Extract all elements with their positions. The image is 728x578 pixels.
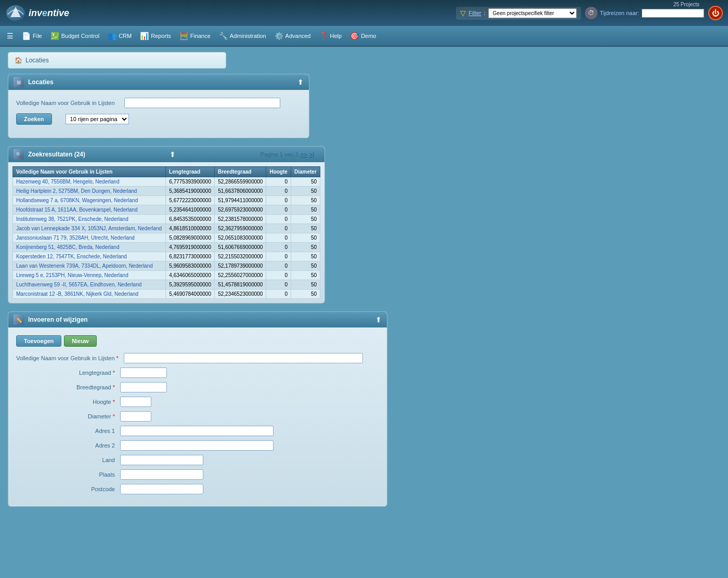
results-panel-title: Zoekresultaten (24) [28, 151, 85, 158]
edit-plaats-input[interactable] [120, 469, 203, 480]
nav-item-sidebar[interactable]: ☰ [3, 30, 18, 42]
new-button[interactable]: Nieuw [64, 335, 96, 347]
results-panel: 🔍 Zoekresultaten (24) ⬆ Pagina 1 van 3 >… [8, 146, 325, 304]
table-row[interactable]: Institutenweg 38, 7521PK, Enschede, Nede… [13, 215, 320, 224]
cell-naam[interactable]: Janssoniuslaan 71 79, 3528AH, Utrecht, N… [13, 233, 166, 243]
cell-breedte: 51,6637806000000 [214, 187, 266, 196]
table-row[interactable]: Jacob van Lennepkade 334 X, 1053NJ, Amst… [13, 224, 320, 233]
cell-lengte: 4,8618510000000 [166, 224, 215, 233]
edit-lengte-input[interactable] [120, 367, 167, 378]
edit-diameter-input[interactable] [120, 411, 151, 422]
table-row[interactable]: Hazenweg 40, 7556BM, Hengelo, Nederland … [13, 177, 320, 187]
edit-postcode-label: Postcode [16, 486, 120, 492]
cell-hoogte: 0 [266, 271, 291, 280]
cell-naam[interactable]: Konijnenberg 51, 4825BC, Breda, Nederlan… [13, 243, 166, 252]
filter-icon: ▽ [460, 9, 466, 17]
edit-breedte-input[interactable] [120, 382, 167, 392]
edit-land-label: Land [16, 457, 120, 463]
demo-icon: 🎯 [350, 32, 359, 40]
nav-item-finance[interactable]: 🧮 Finance [175, 30, 215, 42]
nav-item-file[interactable]: 📄 File [18, 30, 46, 42]
cell-hoogte: 0 [266, 205, 291, 215]
cell-lengte: 5,2354641000000 [166, 205, 215, 215]
nav-item-budget[interactable]: 💹 Budget Control [46, 30, 103, 42]
cell-naam[interactable]: Laan van Westenenk 739A, 7334DL, Apeldoo… [13, 261, 166, 271]
search-naam-input[interactable] [124, 98, 280, 108]
nav-item-crm[interactable]: 👥 CRM [103, 30, 136, 42]
next-page-btn[interactable]: >> [301, 151, 307, 157]
cell-diameter: 50 [291, 205, 320, 215]
table-row[interactable]: Luchthavenweg 59 -II, 5657EA, Eindhoven,… [13, 280, 320, 290]
table-row[interactable]: Marconistraat 12 -B, 3861NK, Nijkerk Gld… [13, 290, 320, 299]
cell-hoogte: 0 [266, 290, 291, 299]
nav-item-reports[interactable]: 📊 Reports [136, 30, 175, 42]
table-row[interactable]: Laan van Westenenk 739A, 7334DL, Apeldoo… [13, 261, 320, 271]
edit-naam-input[interactable] [124, 353, 363, 363]
add-button[interactable]: Toevoegen [16, 335, 61, 347]
col-naam: Volledige Naam voor Gebruik in Lijsten [13, 167, 166, 177]
cell-diameter: 50 [291, 196, 320, 205]
search-results-icon: 🔍 [14, 149, 24, 160]
table-row[interactable]: Konijnenberg 51, 4825BC, Breda, Nederlan… [13, 243, 320, 252]
cell-naam[interactable]: Lireweg 5 e, 2153PH, Nieuw-Vennep, Neder… [13, 271, 166, 280]
cell-diameter: 50 [291, 252, 320, 261]
results-collapse-btn[interactable]: ⬆ [170, 150, 176, 159]
filter-link[interactable]: Filter [469, 10, 481, 16]
table-header-row: Volledige Naam voor Gebruik in Lijsten L… [13, 167, 320, 177]
cell-naam[interactable]: Heilig Hartplein 2, 5275BM, Den Dungen, … [13, 187, 166, 196]
edit-adres1-input[interactable] [120, 426, 274, 436]
nav-advanced-label: Advanced [285, 33, 311, 39]
cell-lengte: 5,9609583000000 [166, 261, 215, 271]
logo-text: inventive [29, 8, 69, 19]
last-page-btn[interactable]: >| [309, 151, 314, 157]
nav-file-label: File [33, 33, 42, 39]
breadcrumb: 🏠 Locaties [8, 52, 226, 69]
edit-adres2-input[interactable] [120, 440, 274, 451]
table-row[interactable]: Hoofdstraat 15 A, 1611AA, Bovenkarspel, … [13, 205, 320, 215]
edit-land-input[interactable] [120, 455, 203, 465]
nav-item-admin[interactable]: 🔧 Administration [215, 30, 270, 42]
advanced-icon: ⚙️ [275, 32, 283, 40]
nav-item-demo[interactable]: 🎯 Demo [346, 30, 380, 42]
search-collapse-btn[interactable]: ⬆ [297, 78, 304, 86]
edit-hoogte-input[interactable] [120, 397, 151, 407]
logo-icon [5, 4, 26, 22]
edit-naam-row: Volledige Naam voor Gebruik in Lijsten * [16, 353, 379, 363]
table-row[interactable]: Heilig Hartplein 2, 5275BM, Den Dungen, … [13, 187, 320, 196]
cell-naam[interactable]: Luchthavenweg 59 -II, 5657EA, Eindhoven,… [13, 280, 166, 290]
sidebar-icon: ☰ [7, 32, 14, 40]
table-row[interactable]: Janssoniuslaan 71 79, 3528AH, Utrecht, N… [13, 233, 320, 243]
rows-per-page-select[interactable]: 10 rijen per pagina 5 rijen per pagina 2… [66, 114, 129, 124]
cell-naam[interactable]: Institutenweg 38, 7521PK, Enschede, Nede… [13, 215, 166, 224]
cell-naam[interactable]: Kopersteden 12, 7547TK, Enschede, Nederl… [13, 252, 166, 261]
cell-naam[interactable]: Hollandseweg 7 a, 6708KN, Wageningen, Ne… [13, 196, 166, 205]
cell-naam[interactable]: Hazenweg 40, 7556BM, Hengelo, Nederland [13, 177, 166, 187]
time-input[interactable] [642, 9, 704, 18]
edit-postcode-input[interactable] [120, 484, 203, 494]
clock-icon: ⏱ [585, 7, 597, 19]
crm-icon: 👥 [108, 32, 116, 40]
nav-item-advanced[interactable]: ⚙️ Advanced [270, 30, 315, 42]
nav-item-help[interactable]: ❓ Help [315, 30, 346, 42]
cell-naam[interactable]: Hoofdstraat 15 A, 1611AA, Bovenkarspel, … [13, 205, 166, 215]
edit-diameter-row: Diameter * [16, 411, 379, 422]
power-button[interactable]: ⏻ [708, 6, 723, 20]
cell-breedte: 52,2381578000000 [214, 215, 266, 224]
cell-naam[interactable]: Jacob van Lennepkade 334 X, 1053NJ, Amst… [13, 224, 166, 233]
cell-lengte: 4,7695919000000 [166, 243, 215, 252]
cell-naam[interactable]: Marconistraat 12 -B, 3861NK, Nijkerk Gld… [13, 290, 166, 299]
filter-select[interactable]: Geen projectspecifiek filter [488, 8, 577, 18]
table-row[interactable]: Hollandseweg 7 a, 6708KN, Wageningen, Ne… [13, 196, 320, 205]
cell-breedte: 52,2866559900000 [214, 177, 266, 187]
table-body: Hazenweg 40, 7556BM, Hengelo, Nederland … [13, 177, 320, 299]
nav-bar: ☰ 📄 File 💹 Budget Control 👥 CRM 📊 Report… [0, 26, 728, 47]
table-row[interactable]: Lireweg 5 e, 2153PH, Nieuw-Vennep, Neder… [13, 271, 320, 280]
table-row[interactable]: Kopersteden 12, 7547TK, Enschede, Nederl… [13, 252, 320, 261]
results-panel-body: Volledige Naam voor Gebruik in Lijsten L… [8, 162, 324, 303]
search-actions-row: Zoeken 10 rijen per pagina 5 rijen per p… [16, 113, 301, 125]
col-breedte: Breedtegraad [214, 167, 266, 177]
col-diameter: Diameter [291, 167, 320, 177]
search-button[interactable]: Zoeken [16, 113, 52, 125]
edit-collapse-btn[interactable]: ⬆ [375, 316, 382, 324]
edit-land-row: Land [16, 455, 379, 465]
